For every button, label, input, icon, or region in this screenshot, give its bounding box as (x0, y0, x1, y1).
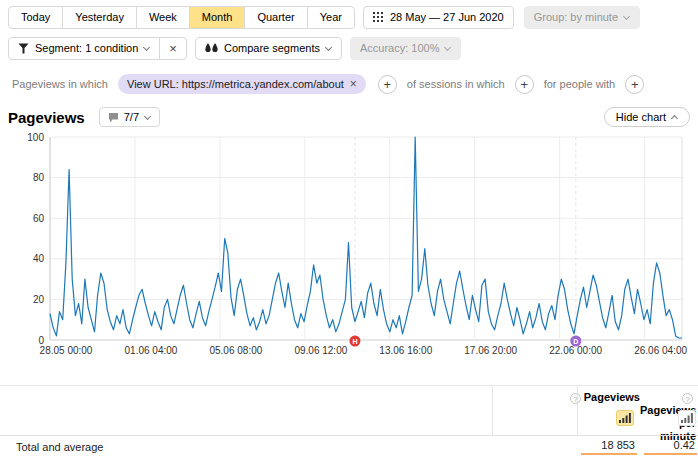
tab-year[interactable]: Year (308, 7, 354, 28)
svg-text:80: 80 (33, 172, 45, 183)
chevron-down-icon (325, 44, 332, 51)
date-range-button[interactable]: 28 May — 27 Jun 2020 (363, 6, 514, 29)
tab-yesterday[interactable]: Yesterday (63, 7, 137, 28)
svg-text:01.06 04:00: 01.06 04:00 (125, 345, 178, 356)
svg-text:60: 60 (33, 213, 45, 224)
column-divider (492, 386, 493, 435)
add-people-condition-button[interactable]: + (625, 75, 644, 94)
help-icon[interactable]: ? (570, 393, 581, 404)
toolbar-segment-row: Segment: 1 condition × Compare segments … (8, 37, 698, 60)
compare-segments-icon (205, 43, 218, 54)
compare-segments-dropdown[interactable]: Compare segments (195, 37, 342, 60)
svg-text:100: 100 (27, 132, 44, 143)
sessions-condition-label: of sessions in which (407, 78, 505, 90)
segment-clear-button[interactable]: × (159, 38, 186, 59)
people-condition-label: for people with (544, 78, 616, 90)
svg-text:40: 40 (33, 253, 45, 264)
svg-text:0: 0 (38, 335, 44, 346)
column-header-pageviews[interactable]: ?Pageviews (565, 391, 640, 404)
add-pageview-condition-button[interactable]: + (378, 75, 397, 94)
funnel-icon (18, 43, 29, 54)
period-tab-group: Today Yesterday Week Month Quarter Year (8, 6, 355, 29)
hide-chart-label: Hide chart (616, 111, 666, 123)
chevron-down-icon (444, 44, 451, 51)
chevron-down-icon (623, 13, 630, 20)
chevron-down-icon (144, 112, 151, 119)
total-row: Total and average 18 853 0.42 (0, 435, 698, 458)
svg-text:09.06 12:00: 09.06 12:00 (294, 345, 347, 356)
comment-bubble-icon (108, 112, 119, 123)
add-session-condition-button[interactable]: + (515, 75, 534, 94)
svg-text:28.05 00:00: 28.05 00:00 (40, 345, 93, 356)
segment-label: Segment: 1 condition (35, 42, 138, 55)
total-pageviews-value[interactable]: 18 853 (581, 439, 637, 455)
tab-today[interactable]: Today (9, 7, 63, 28)
metrics-table: ?Pageviews ?Pageviews per minute Total a… (0, 385, 698, 458)
accuracy-dropdown[interactable]: Accuracy: 100% (350, 37, 461, 60)
svg-text:D: D (573, 338, 578, 345)
filter-prefix-label: Pageviews in which (12, 78, 108, 90)
total-row-label: Total and average (16, 441, 103, 453)
tab-quarter[interactable]: Quarter (245, 7, 307, 28)
metric-chart-toggle-pageviews[interactable] (616, 410, 634, 426)
tab-week[interactable]: Week (137, 7, 190, 28)
chevron-up-icon (671, 115, 678, 122)
svg-text:05.06 08:00: 05.06 08:00 (209, 345, 262, 356)
chevron-down-icon (143, 44, 150, 51)
date-range-label: 28 May — 27 Jun 2020 (390, 11, 504, 24)
accuracy-label: Accuracy: 100% (360, 42, 439, 55)
chip-close-icon[interactable]: × (350, 77, 357, 91)
help-icon[interactable]: ? (682, 393, 693, 404)
svg-text:26.06 04:00: 26.06 04:00 (634, 345, 687, 356)
goals-badge-label: 7/7 (124, 111, 139, 123)
view-url-filter-chip[interactable]: View URL: https://metrica.yandex.com/abo… (118, 74, 366, 94)
toolbar-period-row: Today Yesterday Week Month Quarter Year … (8, 6, 698, 29)
svg-text:20: 20 (33, 294, 45, 305)
average-pageviews-per-minute-value[interactable]: 0.42 (644, 439, 697, 455)
calendar-grid-icon (373, 12, 384, 23)
group-by-dropdown[interactable]: Group: by minute (524, 6, 640, 29)
pageviews-chart-svg: 02040608010028.05 00:0001.06 04:0005.06 … (8, 129, 698, 363)
metric-chart-toggle-pageviews-per-minute[interactable] (678, 410, 696, 426)
goals-dropdown[interactable]: 7/7 (99, 107, 160, 127)
svg-text:H: H (352, 338, 357, 345)
svg-text:13.06 16:00: 13.06 16:00 (379, 345, 432, 356)
pageviews-chart[interactable]: 02040608010028.05 00:0001.06 04:0005.06 … (8, 129, 698, 363)
svg-text:22.06 00:00: 22.06 00:00 (549, 345, 602, 356)
segment-dropdown[interactable]: Segment: 1 condition (9, 38, 159, 59)
hide-chart-button[interactable]: Hide chart (604, 107, 690, 127)
segment-group: Segment: 1 condition × (8, 37, 187, 60)
view-url-chip-label: View URL: https://metrica.yandex.com/abo… (127, 77, 344, 91)
tab-month[interactable]: Month (190, 7, 246, 28)
group-by-label: Group: by minute (534, 11, 618, 24)
compare-segments-label: Compare segments (224, 42, 320, 55)
filter-condition-row: Pageviews in which View URL: https://met… (8, 74, 698, 94)
page-title: Pageviews (8, 109, 85, 126)
section-header: Pageviews 7/7 Hide chart (8, 107, 698, 127)
svg-text:17.06 20:00: 17.06 20:00 (464, 345, 517, 356)
